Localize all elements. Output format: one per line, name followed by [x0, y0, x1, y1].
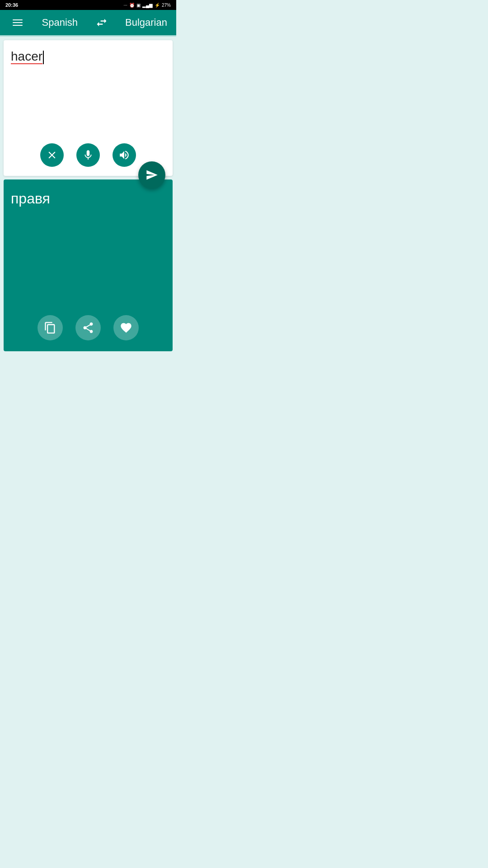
signal-icon: ▂▄▆: [142, 3, 153, 8]
translation-panel: правя: [4, 179, 173, 351]
swap-icon: [95, 16, 108, 29]
share-icon: [82, 321, 94, 334]
swap-languages-button[interactable]: [94, 14, 110, 31]
translation-actions: [11, 310, 165, 344]
status-time: 20:36: [5, 2, 18, 8]
translate-button[interactable]: [138, 161, 165, 189]
share-button[interactable]: [75, 315, 101, 340]
input-text-display[interactable]: hacer: [11, 47, 165, 138]
send-icon: [145, 169, 158, 181]
navbar: Spanish Bulgarian: [0, 10, 176, 35]
speaker-button[interactable]: [113, 143, 136, 167]
cursor: [43, 51, 44, 64]
menu-button[interactable]: [9, 16, 26, 29]
heart-icon: [120, 321, 132, 334]
status-icons: ··· ⏰ ▣ ▂▄▆ ⚡ 27%: [124, 3, 171, 8]
menu-line1: [13, 19, 23, 20]
favorite-button[interactable]: [113, 315, 139, 340]
target-language-button[interactable]: Bulgarian: [125, 17, 167, 28]
menu-line2: [13, 22, 23, 23]
microphone-button[interactable]: [76, 143, 100, 167]
navbar-divider: [0, 35, 176, 37]
sim-icon: ▣: [136, 3, 141, 8]
copy-button[interactable]: [38, 315, 63, 340]
fab-container: [138, 161, 165, 189]
panels-wrapper: hacer: [0, 40, 176, 351]
input-panel: hacer: [4, 40, 173, 176]
clear-button[interactable]: [40, 143, 64, 167]
bolt-icon: ⚡: [155, 3, 160, 8]
source-language-button[interactable]: Spanish: [42, 17, 78, 28]
battery-text: 27%: [162, 3, 171, 8]
input-word: hacer: [11, 49, 42, 64]
translation-text: правя: [11, 189, 165, 310]
menu-line3: [13, 25, 23, 26]
dots-icon: ···: [124, 3, 127, 8]
mic-icon: [82, 149, 94, 161]
status-bar: 20:36 ··· ⏰ ▣ ▂▄▆ ⚡ 27%: [0, 0, 176, 10]
alarm-icon: ⏰: [129, 3, 135, 8]
volume-icon: [118, 149, 130, 161]
close-icon: [46, 149, 58, 161]
copy-icon: [44, 321, 56, 334]
